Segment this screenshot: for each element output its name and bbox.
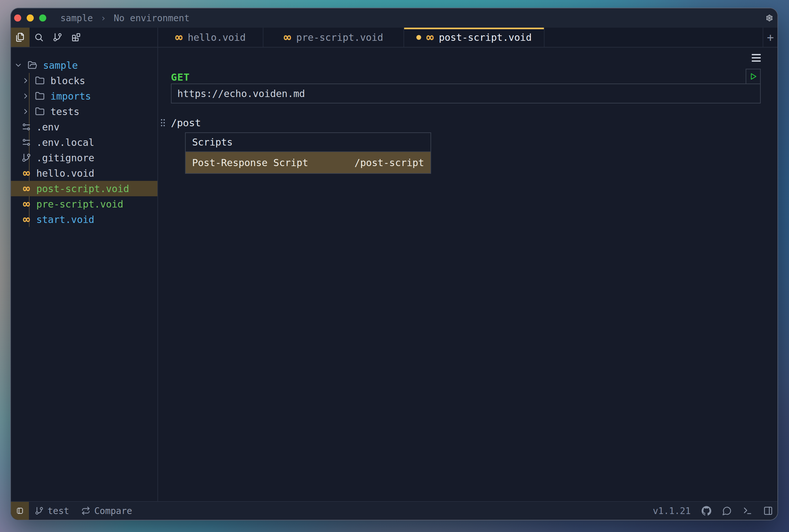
tab-label: hello.void xyxy=(188,32,246,43)
http-method-label[interactable]: GET xyxy=(171,71,190,83)
endpoint-block[interactable]: /post xyxy=(160,115,201,130)
compare-label: Compare xyxy=(94,506,132,516)
infinity-icon: ∞ xyxy=(175,31,182,43)
run-request-button[interactable] xyxy=(746,69,761,84)
play-icon xyxy=(749,72,758,81)
project-name[interactable]: sample xyxy=(60,13,93,23)
tab-pre-script-void[interactable]: ∞ pre-script.void xyxy=(264,27,404,47)
folder-icon xyxy=(34,107,45,116)
scripts-title: Scripts xyxy=(192,136,233,148)
git-panel-button[interactable] xyxy=(48,27,67,47)
gear-icon[interactable] xyxy=(766,15,773,21)
script-target: /post-script xyxy=(354,157,424,168)
tree-item-label: imports xyxy=(51,91,91,102)
git-branch-icon xyxy=(53,33,62,42)
plus-icon: + xyxy=(767,31,774,44)
tree-item-post-script-void[interactable]: ∞ post-script.void xyxy=(11,181,157,196)
panel-left-icon xyxy=(16,507,23,514)
environment-selector[interactable]: No environment xyxy=(114,13,190,23)
tree-item-sample[interactable]: sample xyxy=(11,57,157,73)
folder-icon xyxy=(34,76,45,86)
editor-pane: GET https://echo.voiden.md /post Scripts… xyxy=(158,48,777,501)
script-name: Post-Response Script xyxy=(192,157,308,168)
chevron-right-icon[interactable] xyxy=(21,107,31,116)
file-tree-sidebar: sample blocks imports tests xyxy=(11,48,158,501)
infinity-icon: ∞ xyxy=(21,183,32,195)
scripts-panel-header: Scripts xyxy=(186,133,430,152)
infinity-icon: ∞ xyxy=(21,213,32,226)
breadcrumb-separator-icon: › xyxy=(100,13,106,23)
folder-icon xyxy=(34,91,45,101)
minimize-button[interactable] xyxy=(27,15,34,21)
files-panel-button[interactable] xyxy=(11,27,30,47)
menu-icon xyxy=(752,54,761,55)
url-input[interactable]: https://echo.voiden.md xyxy=(171,83,761,103)
app-window: sample › No environment ∞ hello. xyxy=(10,8,778,520)
files-icon xyxy=(15,33,25,42)
folder-open-icon xyxy=(27,60,38,70)
blocks-panel-button[interactable] xyxy=(67,27,85,47)
tree-item-hello-void[interactable]: ∞ hello.void xyxy=(11,166,157,181)
tree-item-env[interactable]: .env xyxy=(11,119,157,135)
editor-menu-button[interactable] xyxy=(752,54,761,62)
tree-item-label: post-script.void xyxy=(36,183,129,194)
tree-item-label: .env xyxy=(36,121,59,133)
drag-handle-icon[interactable] xyxy=(160,118,166,127)
zoom-button[interactable] xyxy=(39,15,46,21)
search-panel-button[interactable] xyxy=(30,27,48,47)
url-value: https://echo.voiden.md xyxy=(177,88,305,99)
tab-bar: ∞ hello.void ∞ pre-script.void ∞ post-sc… xyxy=(11,27,777,48)
github-icon[interactable] xyxy=(701,506,711,516)
tab-label: pre-script.void xyxy=(296,32,383,43)
sidebar-toggle-button[interactable] xyxy=(11,502,29,520)
tree-item-label: blocks xyxy=(51,75,85,87)
tree-item-label: pre-script.void xyxy=(36,198,123,210)
breadcrumb: sample › No environment xyxy=(60,13,190,23)
tree-item-tests[interactable]: tests xyxy=(11,104,157,119)
infinity-icon: ∞ xyxy=(21,167,32,179)
chevron-right-icon[interactable] xyxy=(21,76,31,85)
title-bar: sample › No environment xyxy=(11,8,777,27)
infinity-icon: ∞ xyxy=(21,198,32,210)
tree-item-label: .gitignore xyxy=(36,152,94,164)
git-branch-icon xyxy=(35,506,44,515)
activity-bar xyxy=(11,27,158,47)
blocks-icon xyxy=(71,33,81,42)
git-branch-status[interactable]: test xyxy=(35,506,69,516)
tree-item-label: tests xyxy=(51,106,79,117)
tree-item-label: start.void xyxy=(36,214,94,225)
tree-item-blocks[interactable]: blocks xyxy=(11,73,157,88)
infinity-icon: ∞ xyxy=(426,31,434,43)
new-tab-button[interactable]: + xyxy=(763,27,777,47)
traffic-lights xyxy=(14,15,46,21)
status-bar: test Compare v1.1.21 xyxy=(11,501,777,520)
terminal-icon[interactable] xyxy=(743,506,752,516)
search-icon xyxy=(34,33,44,42)
env-sliders-icon xyxy=(21,122,32,132)
scripts-panel: Scripts Post-Response Script /post-scrip… xyxy=(185,132,431,174)
tree-item-pre-script-void[interactable]: ∞ pre-script.void xyxy=(11,196,157,212)
panel-right-icon[interactable] xyxy=(763,506,773,516)
tab-post-script-void[interactable]: ∞ post-script.void xyxy=(404,27,544,47)
chevron-down-icon[interactable] xyxy=(14,61,23,70)
close-button[interactable] xyxy=(14,15,21,21)
script-row[interactable]: Post-Response Script /post-script xyxy=(186,152,430,173)
unsaved-dot-icon xyxy=(416,35,421,40)
branch-name: test xyxy=(47,506,69,516)
tree-item-imports[interactable]: imports xyxy=(11,88,157,104)
chat-icon[interactable] xyxy=(722,506,732,516)
compare-button[interactable]: Compare xyxy=(81,506,132,516)
tree-item-start-void[interactable]: ∞ start.void xyxy=(11,212,157,227)
tree-item-gitignore[interactable]: .gitignore xyxy=(11,150,157,166)
git-branch-icon xyxy=(21,153,32,163)
chevron-right-icon[interactable] xyxy=(21,92,31,100)
tree-item-env-local[interactable]: .env.local xyxy=(11,135,157,150)
infinity-icon: ∞ xyxy=(284,31,291,43)
tree-item-label: sample xyxy=(43,60,78,71)
tab-label: post-script.void xyxy=(439,32,532,43)
tab-hello-void[interactable]: ∞ hello.void xyxy=(158,27,264,47)
app-version: v1.1.21 xyxy=(653,506,691,516)
compare-icon xyxy=(81,506,90,515)
env-sliders-icon xyxy=(21,137,32,147)
tree-item-label: .env.local xyxy=(36,137,94,148)
